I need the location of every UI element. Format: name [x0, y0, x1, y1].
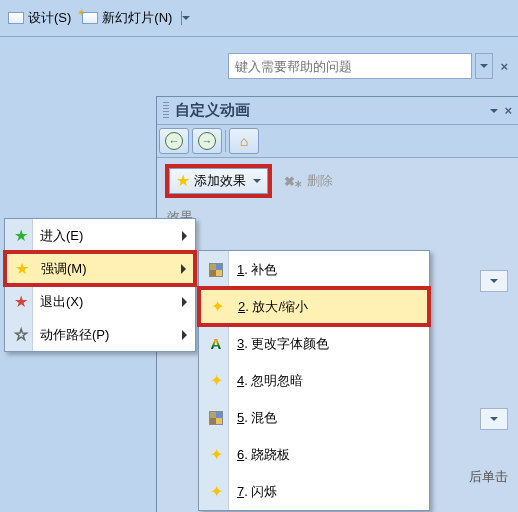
submenu-item-flicker[interactable]: ✦ 4. 忽明忽暗 [199, 362, 429, 399]
submenu-label: 6. 跷跷板 [237, 446, 290, 464]
menu-label: 强调(M) [41, 260, 87, 278]
home-icon: ⌂ [240, 133, 248, 149]
submenu-label: 3. 更改字体颜色 [237, 335, 329, 353]
swatch-icon [209, 411, 223, 425]
speed-combo[interactable] [480, 408, 508, 430]
pane-menu-button[interactable] [490, 109, 498, 113]
star-icon: ★ [14, 294, 28, 310]
menu-item-exit[interactable]: ★ 退出(X) [5, 285, 195, 318]
submenu-label: 5. 混色 [237, 409, 277, 427]
submenu-item-grow-shrink[interactable]: ✦ 2. 放大/缩小 [199, 288, 429, 325]
nav-forward-button[interactable]: → [192, 128, 222, 154]
delete-effect-button[interactable]: ✖⁎ 删除 [284, 172, 333, 190]
help-row: × [0, 37, 518, 87]
menu-item-motion-path[interactable]: ☆ 动作路径(P) [5, 318, 195, 351]
help-search-input[interactable] [228, 53, 472, 79]
menu-label: 退出(X) [40, 293, 83, 311]
chevron-down-icon [253, 179, 261, 183]
submenu-item-blink[interactable]: ✦ 7. 闪烁 [199, 473, 429, 510]
nav-home-button[interactable]: ⌂ [229, 128, 259, 154]
top-toolbar: 设计(S) 新幻灯片(N) [0, 0, 518, 37]
nav-separator [225, 130, 226, 152]
star-icon: ☆ [14, 327, 28, 343]
star-icon: ★ [176, 173, 190, 189]
star-icon: ✦ [211, 299, 224, 315]
design-button[interactable]: 设计(S) [4, 6, 75, 30]
pane-titlebar: 自定义动画 × [157, 97, 518, 125]
submenu-arrow-icon [182, 231, 187, 241]
star-icon: ✦ [210, 447, 223, 463]
menu-label: 动作路径(P) [40, 326, 109, 344]
add-effect-label: 添加效果 [194, 172, 246, 190]
submenu-label: 1. 补色 [237, 261, 277, 279]
font-color-icon: A [211, 335, 222, 352]
pane-nav: ← → ⌂ [157, 125, 518, 158]
menu-item-emphasis[interactable]: ★ 强调(M) [5, 252, 195, 285]
help-close-icon[interactable]: × [496, 59, 512, 74]
submenu-label: 7. 闪烁 [237, 483, 277, 501]
pane-close-icon[interactable]: × [504, 103, 512, 118]
submenu-arrow-icon [182, 297, 187, 307]
emphasis-submenu: 1. 补色 ✦ 2. 放大/缩小 A 3. 更改字体颜色 ✦ 4. 忽明忽暗 5… [198, 250, 430, 511]
modify-effect-label: 效果 [157, 204, 518, 230]
effect-category-menu: ★ 进入(E) ★ 强调(M) ★ 退出(X) ☆ 动作路径(P) [4, 218, 196, 352]
toolbar-overflow-button[interactable] [181, 11, 190, 25]
nav-back-button[interactable]: ← [159, 128, 189, 154]
new-slide-label: 新幻灯片(N) [102, 9, 172, 27]
submenu-item-blend-color[interactable]: 5. 混色 [199, 399, 429, 436]
menu-label: 进入(E) [40, 227, 83, 245]
submenu-label: 2. 放大/缩小 [238, 298, 308, 316]
star-icon: ✦ [210, 484, 223, 500]
submenu-item-change-font-color[interactable]: A 3. 更改字体颜色 [199, 325, 429, 362]
star-icon: ✦ [210, 373, 223, 389]
new-slide-icon [82, 12, 98, 24]
pane-title: 自定义动画 [175, 101, 250, 120]
submenu-item-teeter[interactable]: ✦ 6. 跷跷板 [199, 436, 429, 473]
hint-text: 后单击 [469, 468, 508, 486]
help-dropdown-button[interactable] [475, 53, 493, 79]
menu-item-entrance[interactable]: ★ 进入(E) [5, 219, 195, 252]
delete-icon: ✖⁎ [284, 174, 302, 189]
new-slide-button[interactable]: 新幻灯片(N) [78, 6, 176, 30]
design-label: 设计(S) [28, 9, 71, 27]
delete-label: 删除 [307, 172, 333, 190]
swatch-icon [209, 263, 223, 277]
start-combo[interactable] [480, 270, 508, 292]
star-icon: ★ [14, 228, 28, 244]
star-icon: ★ [15, 261, 29, 277]
submenu-arrow-icon [181, 264, 186, 274]
grip-icon [163, 102, 169, 120]
add-effect-button[interactable]: ★ 添加效果 [165, 164, 272, 198]
submenu-arrow-icon [182, 330, 187, 340]
submenu-item-complementary-color[interactable]: 1. 补色 [199, 251, 429, 288]
submenu-label: 4. 忽明忽暗 [237, 372, 303, 390]
design-icon [8, 12, 24, 24]
